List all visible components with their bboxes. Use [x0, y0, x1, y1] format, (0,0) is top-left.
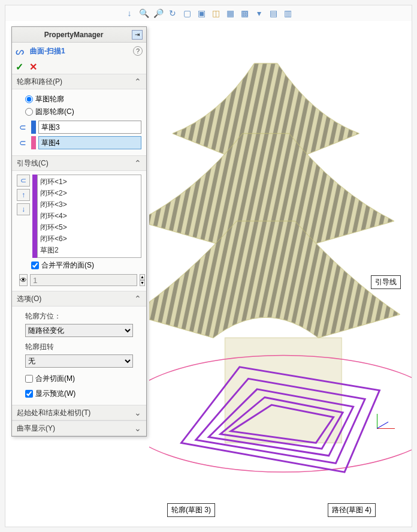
radio-circle-profile[interactable]: 圆形轮廓(C)	[17, 106, 141, 118]
chevron-up-icon: ⌃	[134, 294, 141, 303]
move-up-button[interactable]: ↑	[17, 189, 30, 201]
guide-color-tab	[32, 175, 37, 258]
orientation-label: 轮廓方位：	[17, 310, 141, 323]
section-startend[interactable]: 起始处和结束处相切(T) ⌄	[12, 405, 146, 420]
chevron-up-icon: ⌃	[134, 77, 141, 86]
zoom-area-icon[interactable]: 🔎	[153, 8, 164, 19]
orientation-select[interactable]: 随路径变化	[25, 324, 133, 337]
merge-smooth-checkbox[interactable]	[31, 262, 39, 269]
pin-icon[interactable]: ⇥	[132, 30, 143, 40]
apply-scene-icon[interactable]: ▾	[253, 8, 264, 19]
chevron-down-icon: ⌄	[134, 408, 141, 417]
callout-path[interactable]: 路径(草图 4)	[328, 503, 376, 517]
guide-list[interactable]: 闭环<1>闭环<2>闭环<3>闭环<4>闭环<5>闭环<6>草图2	[37, 175, 141, 258]
view-orientation-icon[interactable]: ▣	[196, 8, 207, 19]
zoom-fit-icon[interactable]: 🔍	[138, 8, 149, 19]
spinner[interactable]: ▲▼	[140, 274, 145, 286]
guide-item[interactable]: 闭环<1>	[39, 176, 140, 188]
graphics-viewport[interactable]: 引导线 轮廓(草图 3) 路径(草图 4)	[149, 26, 412, 527]
cancel-button[interactable]: ✕	[29, 61, 37, 73]
merge-smooth-check[interactable]: 合并平滑的面(S)	[17, 258, 141, 273]
guide-item[interactable]: 闭环<4>	[39, 211, 140, 222]
display-style-icon[interactable]: ◫	[210, 8, 221, 19]
ok-button[interactable]: ✓	[16, 61, 23, 73]
callout-profile[interactable]: 轮廓(草图 3)	[167, 503, 215, 517]
path-color-tab	[31, 136, 36, 149]
guide-item[interactable]: 闭环<3>	[39, 199, 140, 211]
more-icon[interactable]: ▥	[282, 8, 293, 19]
guide-item[interactable]: 草图2	[39, 245, 140, 256]
profile-slot-icon: ⊂	[17, 121, 29, 133]
guide-item[interactable]: 闭环<6>	[39, 233, 140, 245]
radio-sketch-profile-input[interactable]	[25, 95, 33, 103]
help-icon[interactable]: ?	[133, 46, 143, 56]
panel-header: PropertyManager ⇥	[12, 27, 146, 43]
radio-sketch-profile[interactable]: 草图轮廓	[17, 93, 141, 106]
section-guides[interactable]: 引导线(C) ⌃	[12, 155, 146, 171]
path-slot-icon: ⊂	[17, 137, 29, 149]
edit-appearance-icon[interactable]: ▩	[239, 8, 250, 19]
chevron-up-icon: ⌃	[134, 158, 141, 168]
guide-item[interactable]: 闭环<5>	[39, 222, 140, 233]
path-input[interactable]	[38, 136, 141, 149]
merge-tangent-checkbox[interactable]	[25, 375, 33, 383]
move-down-button[interactable]: ↓	[17, 203, 30, 215]
radio-circle-profile-input[interactable]	[25, 108, 33, 116]
profile-color-tab	[31, 121, 36, 134]
show-preview-check[interactable]: 显示预览(W)	[17, 386, 141, 401]
profile-input[interactable]	[38, 121, 141, 134]
twist-label: 轮廓扭转	[17, 341, 141, 353]
section-curvature[interactable]: 曲率显示(Y) ⌄	[12, 420, 146, 436]
show-preview-checkbox[interactable]	[25, 390, 33, 398]
feature-name: 曲面-扫描1	[30, 46, 129, 56]
preview-value-input[interactable]	[30, 274, 137, 286]
sweep-icon: ᔕ	[16, 46, 26, 56]
property-manager-panel: PropertyManager ⇥ ᔕ 曲面-扫描1 ? ✓ ✕ 轮廓和路径(P…	[11, 26, 147, 437]
section-profile-path[interactable]: 轮廓和路径(P) ⌃	[12, 74, 146, 89]
section-options[interactable]: 选项(O) ⌃	[12, 291, 146, 306]
twist-select[interactable]: 无	[25, 354, 133, 368]
hide-show-icon[interactable]: ▦	[225, 8, 235, 19]
preview-toggle-icon[interactable]: 👁	[19, 274, 28, 286]
view-normal-icon[interactable]: ↓	[124, 8, 135, 19]
merge-tangent-check[interactable]: 合并切面(M)	[17, 371, 141, 386]
feature-title-row: ᔕ 曲面-扫描1 ?	[12, 43, 146, 59]
view-toolbar: ↓ 🔍 🔎 ↻ ▢ ▣ ◫ ▦ ▩ ▾ ▤ ▥	[5, 5, 412, 21]
svg-rect-2	[225, 338, 342, 443]
panel-title: PropertyManager	[16, 31, 132, 39]
view-settings-icon[interactable]: ▤	[268, 8, 279, 19]
guide-type-icon[interactable]: ⊂	[17, 175, 30, 187]
rotate-icon[interactable]: ↻	[167, 8, 178, 19]
confirm-row: ✓ ✕	[12, 59, 146, 74]
chevron-down-icon: ⌄	[134, 423, 141, 433]
guide-item[interactable]: 闭环<2>	[39, 188, 140, 199]
section-view-icon[interactable]: ▢	[182, 8, 192, 19]
callout-guide[interactable]: 引导线	[371, 275, 401, 289]
